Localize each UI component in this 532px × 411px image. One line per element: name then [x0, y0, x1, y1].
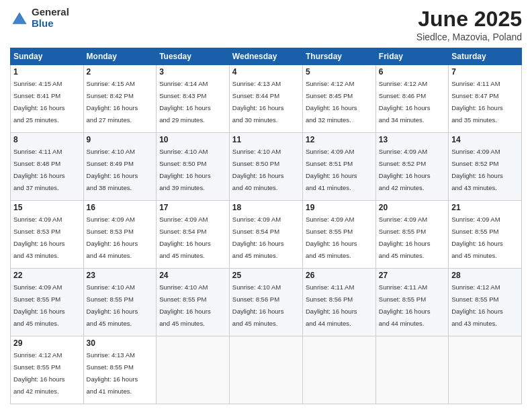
- col-monday: Monday: [83, 48, 157, 65]
- calendar-cell: 20 Sunrise: 4:09 AMSunset: 8:55 PMDaylig…: [375, 201, 448, 269]
- day-info: Sunrise: 4:12 AMSunset: 8:55 PMDaylight:…: [13, 351, 65, 395]
- calendar-cell: 19 Sunrise: 4:09 AMSunset: 8:55 PMDaylig…: [302, 201, 375, 269]
- day-info: Sunrise: 4:09 AMSunset: 8:55 PMDaylight:…: [13, 283, 65, 327]
- day-number: 10: [159, 135, 226, 144]
- calendar-week-row: 15 Sunrise: 4:09 AMSunset: 8:53 PMDaylig…: [11, 201, 522, 269]
- calendar-cell: [229, 336, 302, 404]
- col-wednesday: Wednesday: [229, 48, 302, 65]
- col-friday: Friday: [375, 48, 448, 65]
- day-number: 6: [379, 67, 445, 77]
- calendar-cell: 15 Sunrise: 4:09 AMSunset: 8:53 PMDaylig…: [11, 201, 84, 269]
- day-info: Sunrise: 4:10 AMSunset: 8:50 PMDaylight:…: [159, 148, 211, 191]
- day-number: 29: [13, 338, 81, 348]
- calendar-cell: [302, 336, 375, 404]
- col-thursday: Thursday: [302, 48, 375, 65]
- logo-icon: [10, 9, 29, 28]
- day-info: Sunrise: 4:10 AMSunset: 8:50 PMDaylight:…: [232, 148, 284, 191]
- day-number: 12: [306, 135, 373, 144]
- day-info: Sunrise: 4:10 AMSunset: 8:49 PMDaylight:…: [87, 148, 138, 191]
- location: Siedlce, Mazovia, Poland: [416, 32, 522, 42]
- day-number: 5: [306, 67, 373, 77]
- day-number: 24: [159, 271, 226, 280]
- day-info: Sunrise: 4:09 AMSunset: 8:53 PMDaylight:…: [13, 216, 65, 259]
- calendar-cell: 23 Sunrise: 4:10 AMSunset: 8:55 PMDaylig…: [83, 269, 157, 336]
- day-number: 1: [13, 67, 81, 77]
- day-info: Sunrise: 4:15 AMSunset: 8:42 PMDaylight:…: [87, 80, 138, 124]
- calendar-cell: 5 Sunrise: 4:12 AMSunset: 8:45 PMDayligh…: [302, 65, 375, 133]
- day-info: Sunrise: 4:14 AMSunset: 8:43 PMDaylight:…: [159, 80, 211, 124]
- calendar-cell: 18 Sunrise: 4:09 AMSunset: 8:54 PMDaylig…: [229, 201, 302, 269]
- calendar-cell: 12 Sunrise: 4:09 AMSunset: 8:51 PMDaylig…: [302, 133, 375, 201]
- day-number: 17: [159, 203, 226, 212]
- logo-blue-text: Blue: [32, 18, 69, 30]
- day-info: Sunrise: 4:11 AMSunset: 8:47 PMDaylight:…: [451, 80, 503, 124]
- header: General Blue June 2025 Siedlce, Mazovia,…: [10, 7, 522, 42]
- day-number: 18: [232, 203, 300, 212]
- calendar-cell: 16 Sunrise: 4:09 AMSunset: 8:53 PMDaylig…: [83, 201, 157, 269]
- calendar-cell: 27 Sunrise: 4:11 AMSunset: 8:55 PMDaylig…: [375, 269, 448, 336]
- calendar-cell: 24 Sunrise: 4:10 AMSunset: 8:55 PMDaylig…: [157, 269, 230, 336]
- calendar-cell: 1 Sunrise: 4:15 AMSunset: 8:41 PMDayligh…: [11, 65, 84, 133]
- calendar-cell: 21 Sunrise: 4:09 AMSunset: 8:55 PMDaylig…: [449, 201, 522, 269]
- day-info: Sunrise: 4:10 AMSunset: 8:55 PMDaylight:…: [159, 283, 211, 327]
- calendar-week-row: 29 Sunrise: 4:12 AMSunset: 8:55 PMDaylig…: [11, 336, 522, 404]
- calendar-cell: 9 Sunrise: 4:10 AMSunset: 8:49 PMDayligh…: [83, 133, 157, 201]
- day-info: Sunrise: 4:09 AMSunset: 8:55 PMDaylight:…: [306, 216, 357, 259]
- page: General Blue June 2025 Siedlce, Mazovia,…: [0, 0, 532, 411]
- day-number: 2: [87, 67, 154, 77]
- calendar-cell: 10 Sunrise: 4:10 AMSunset: 8:50 PMDaylig…: [157, 133, 230, 201]
- calendar-week-row: 22 Sunrise: 4:09 AMSunset: 8:55 PMDaylig…: [11, 269, 522, 336]
- title-area: June 2025 Siedlce, Mazovia, Poland: [416, 7, 522, 42]
- day-number: 9: [87, 135, 154, 144]
- col-sunday: Sunday: [11, 48, 84, 65]
- day-number: 21: [451, 203, 519, 212]
- day-info: Sunrise: 4:09 AMSunset: 8:52 PMDaylight:…: [379, 148, 431, 191]
- day-info: Sunrise: 4:09 AMSunset: 8:55 PMDaylight:…: [379, 216, 431, 259]
- month-title: June 2025: [416, 7, 522, 32]
- day-number: 27: [379, 271, 445, 280]
- calendar-cell: 6 Sunrise: 4:12 AMSunset: 8:46 PMDayligh…: [375, 65, 448, 133]
- calendar-cell: 17 Sunrise: 4:09 AMSunset: 8:54 PMDaylig…: [157, 201, 230, 269]
- day-info: Sunrise: 4:13 AMSunset: 8:44 PMDaylight:…: [232, 80, 284, 124]
- calendar-header-row: Sunday Monday Tuesday Wednesday Thursday…: [11, 48, 522, 65]
- calendar-cell: 4 Sunrise: 4:13 AMSunset: 8:44 PMDayligh…: [229, 65, 302, 133]
- day-number: 15: [13, 203, 81, 212]
- calendar-cell: 30 Sunrise: 4:13 AMSunset: 8:55 PMDaylig…: [83, 336, 157, 404]
- day-info: Sunrise: 4:12 AMSunset: 8:55 PMDaylight:…: [451, 283, 503, 327]
- day-number: 28: [451, 271, 519, 280]
- day-info: Sunrise: 4:10 AMSunset: 8:55 PMDaylight:…: [87, 283, 138, 327]
- calendar-cell: 25 Sunrise: 4:10 AMSunset: 8:56 PMDaylig…: [229, 269, 302, 336]
- calendar-cell: 7 Sunrise: 4:11 AMSunset: 8:47 PMDayligh…: [449, 65, 522, 133]
- calendar-cell: 14 Sunrise: 4:09 AMSunset: 8:52 PMDaylig…: [449, 133, 522, 201]
- calendar-cell: 28 Sunrise: 4:12 AMSunset: 8:55 PMDaylig…: [449, 269, 522, 336]
- day-info: Sunrise: 4:09 AMSunset: 8:55 PMDaylight:…: [451, 216, 503, 259]
- day-info: Sunrise: 4:10 AMSunset: 8:56 PMDaylight:…: [232, 283, 284, 327]
- day-number: 25: [232, 271, 300, 280]
- day-info: Sunrise: 4:13 AMSunset: 8:55 PMDaylight:…: [87, 351, 138, 395]
- calendar-cell: 26 Sunrise: 4:11 AMSunset: 8:56 PMDaylig…: [302, 269, 375, 336]
- svg-marker-1: [13, 14, 27, 24]
- day-number: 26: [306, 271, 373, 280]
- day-number: 8: [13, 135, 81, 144]
- day-info: Sunrise: 4:09 AMSunset: 8:53 PMDaylight:…: [87, 216, 138, 259]
- day-info: Sunrise: 4:11 AMSunset: 8:56 PMDaylight:…: [306, 283, 357, 327]
- calendar-week-row: 8 Sunrise: 4:11 AMSunset: 8:48 PMDayligh…: [11, 133, 522, 201]
- day-number: 20: [379, 203, 445, 212]
- day-info: Sunrise: 4:12 AMSunset: 8:45 PMDaylight:…: [306, 80, 357, 124]
- day-info: Sunrise: 4:09 AMSunset: 8:52 PMDaylight:…: [451, 148, 503, 191]
- day-number: 23: [87, 271, 154, 280]
- day-number: 14: [451, 135, 519, 144]
- calendar-week-row: 1 Sunrise: 4:15 AMSunset: 8:41 PMDayligh…: [11, 65, 522, 133]
- day-info: Sunrise: 4:11 AMSunset: 8:48 PMDaylight:…: [13, 148, 65, 191]
- day-number: 4: [232, 67, 300, 77]
- day-info: Sunrise: 4:15 AMSunset: 8:41 PMDaylight:…: [13, 80, 65, 124]
- day-number: 13: [379, 135, 445, 144]
- calendar-cell: 2 Sunrise: 4:15 AMSunset: 8:42 PMDayligh…: [83, 65, 157, 133]
- logo-text: General Blue: [32, 7, 69, 29]
- day-number: 3: [159, 67, 226, 77]
- day-info: Sunrise: 4:09 AMSunset: 8:54 PMDaylight:…: [232, 216, 284, 259]
- col-tuesday: Tuesday: [157, 48, 230, 65]
- calendar-cell: 29 Sunrise: 4:12 AMSunset: 8:55 PMDaylig…: [11, 336, 84, 404]
- day-info: Sunrise: 4:09 AMSunset: 8:51 PMDaylight:…: [306, 148, 357, 191]
- day-info: Sunrise: 4:11 AMSunset: 8:55 PMDaylight:…: [379, 283, 431, 327]
